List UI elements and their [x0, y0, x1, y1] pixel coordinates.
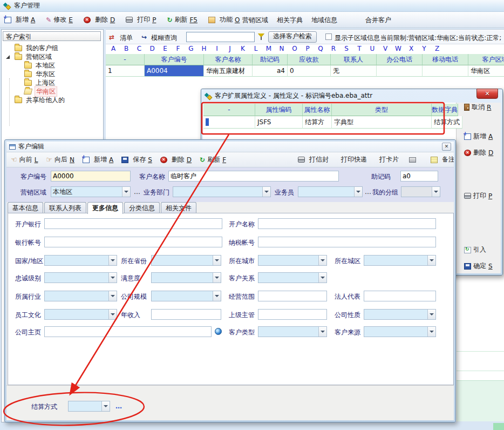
toolbar-button[interactable]: 打卡片: [377, 155, 401, 164]
alphabet-letter[interactable]: B: [120, 45, 133, 53]
table-cell[interactable]: [203, 116, 255, 129]
menu-item[interactable]: 合并客户: [365, 16, 391, 25]
supervisor-field[interactable]: [258, 309, 327, 320]
tab[interactable]: 分类信息: [124, 202, 160, 213]
tree-item[interactable]: 营销区域: [2, 52, 103, 61]
alphabet-letter[interactable]: W: [392, 45, 405, 53]
chevron-down-icon[interactable]: [318, 256, 326, 265]
table-cell[interactable]: 结算方式: [432, 116, 462, 129]
chevron-down-icon[interactable]: [427, 256, 435, 265]
toolbar-button[interactable]: 打印P: [126, 15, 156, 24]
list-label[interactable]: 清单: [120, 33, 133, 43]
chevron-down-icon[interactable]: [213, 291, 221, 301]
tab[interactable]: 更多信息: [87, 202, 123, 214]
chevron-down-icon[interactable]: [318, 273, 326, 283]
toolbar-button[interactable]: 备注 I: [431, 155, 454, 164]
industry-dropdown[interactable]: [44, 291, 117, 301]
tax-account-field[interactable]: [258, 237, 436, 247]
alphabet-letter[interactable]: X: [405, 45, 418, 53]
alphabet-letter[interactable]: E: [159, 45, 172, 53]
alphabet-letter[interactable]: N: [275, 45, 288, 53]
table-cell[interactable]: 华南五康建材: [204, 65, 253, 77]
table-cell[interactable]: A0004: [145, 65, 204, 77]
toolbar-button[interactable]: ↻ 刷新 F: [200, 155, 226, 164]
toolbar-button[interactable]: ✎ 修改E: [46, 15, 73, 24]
alphabet-letter[interactable]: Z: [431, 45, 444, 53]
alphabet-letter[interactable]: O: [288, 45, 301, 53]
table-cell[interactable]: 1: [106, 65, 145, 77]
toolbar-button[interactable]: ↻ 刷新F5: [167, 15, 197, 24]
alphabet-letter[interactable]: M: [262, 45, 275, 53]
toolbar-button[interactable]: 功能O: [208, 15, 240, 24]
globe-icon[interactable]: [215, 328, 222, 335]
fuzzy-query-label[interactable]: 模糊查询: [151, 33, 177, 43]
table-cell[interactable]: [377, 65, 423, 77]
alphabet-letter[interactable]: U: [366, 45, 379, 53]
company-size-dropdown[interactable]: [151, 291, 221, 301]
district-dropdown[interactable]: [364, 255, 436, 266]
select-customer-search-button[interactable]: 选择客户检索: [268, 31, 317, 43]
customer-name-field[interactable]: [168, 171, 339, 182]
table-cell[interactable]: 结算方式: [303, 116, 332, 129]
alphabet-letter[interactable]: H: [197, 45, 210, 53]
table-cell[interactable]: a4: [253, 65, 288, 77]
settlement-browse-button[interactable]: …: [115, 402, 122, 410]
bank-account-field[interactable]: [44, 237, 222, 247]
region-browse-button[interactable]: …: [134, 188, 141, 196]
alphabet-letter[interactable]: T: [353, 45, 366, 53]
province-dropdown[interactable]: [151, 255, 221, 266]
chevron-down-icon[interactable]: [122, 187, 130, 197]
my-group-dropdown[interactable]: [401, 186, 440, 197]
department-dropdown[interactable]: [173, 186, 271, 197]
settlement-method-drop[interactable]: [68, 401, 110, 412]
toolbar-button[interactable]: 打印快递: [339, 155, 369, 164]
alphabet-letter[interactable]: I: [210, 45, 223, 53]
toolbar-button[interactable]: 新增A: [4, 15, 35, 24]
close-button[interactable]: ✕: [476, 89, 498, 99]
dialog-button[interactable]: 取消 R: [464, 103, 491, 112]
table-cell[interactable]: 0: [288, 65, 331, 77]
filter-funnel-icon[interactable]: [258, 33, 265, 41]
alphabet-letter[interactable]: C: [133, 45, 146, 53]
alphabet-letter[interactable]: K: [236, 45, 249, 53]
chevron-down-icon[interactable]: [354, 187, 362, 197]
menu-item[interactable]: 营销区域: [242, 16, 268, 25]
customer-source-dropdown[interactable]: [364, 326, 436, 337]
alphabet-letter[interactable]: P: [301, 45, 314, 53]
chevron-down-icon[interactable]: [427, 310, 435, 319]
loyalty-dropdown[interactable]: [44, 272, 117, 283]
toolbar-button[interactable]: 新增 A: [83, 155, 113, 164]
country-dropdown[interactable]: [44, 255, 117, 266]
staff-culture-dropdown[interactable]: [44, 309, 117, 320]
dialog-button[interactable]: 引入: [464, 245, 488, 254]
table-cell[interactable]: 无: [331, 65, 377, 77]
chevron-down-icon[interactable]: [213, 273, 221, 283]
alphabet-letter[interactable]: A: [107, 45, 120, 53]
bank-field[interactable]: [44, 218, 222, 229]
chevron-down-icon[interactable]: [108, 291, 117, 301]
satisfaction-dropdown[interactable]: [151, 272, 221, 283]
toolbar-button[interactable]: 删除 D: [160, 155, 192, 164]
alphabet-letter[interactable]: S: [340, 45, 353, 53]
chevron-down-icon[interactable]: [108, 256, 117, 265]
tree-item[interactable]: 本地区: [2, 61, 103, 70]
chevron-down-icon[interactable]: [432, 187, 440, 197]
tab[interactable]: 相关文件: [161, 202, 196, 213]
chevron-down-icon[interactable]: [262, 187, 270, 197]
show-subregion-checkbox[interactable]: [325, 33, 332, 40]
chevron-down-icon[interactable]: [108, 273, 117, 283]
salesman-dropdown[interactable]: [298, 186, 363, 197]
toolbar-button[interactable]: ☜ 向前 L: [11, 155, 38, 164]
chevron-down-icon[interactable]: [108, 310, 117, 319]
dialog-button[interactable]: 删除 D: [464, 148, 493, 157]
table-cell[interactable]: 华南区: [468, 65, 504, 77]
alphabet-letter[interactable]: D: [146, 45, 159, 53]
alphabet-letter[interactable]: F: [172, 45, 185, 53]
tree-item[interactable]: 华南区: [2, 87, 103, 96]
menu-item[interactable]: 相关字典: [277, 16, 303, 25]
toolbar-button[interactable]: [409, 157, 423, 163]
alphabet-letter[interactable]: L: [249, 45, 262, 53]
tab[interactable]: 基本信息: [8, 202, 43, 213]
tree-item[interactable]: 我的客户组: [2, 44, 103, 52]
chevron-down-icon[interactable]: [213, 256, 221, 265]
